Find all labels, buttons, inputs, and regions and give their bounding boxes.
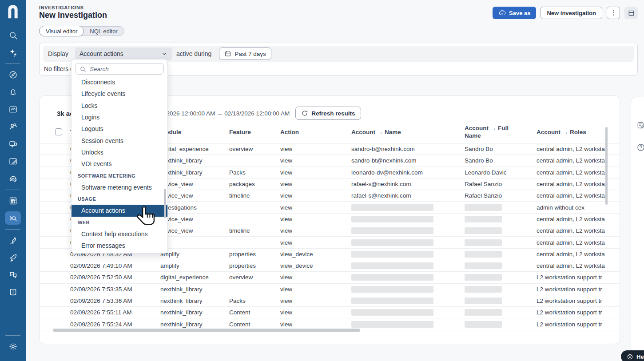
redacted-value bbox=[465, 216, 502, 222]
cell-account-roles: admin without cex bbox=[537, 204, 620, 211]
dropdown-item[interactable]: Context help executions bbox=[72, 228, 167, 240]
cell-action: view bbox=[280, 181, 351, 187]
nexthink-logo[interactable] bbox=[6, 4, 20, 20]
breadcrumb[interactable]: INVESTIGATIONS bbox=[39, 5, 83, 10]
sidebar-item-engage[interactable] bbox=[5, 268, 21, 282]
table-row[interactable]: 02/09/2026 7:53:35 AMnexthink_libraryvie… bbox=[40, 284, 620, 295]
dropdown-item[interactable]: VDI events bbox=[72, 158, 167, 170]
sidebar-item-overview[interactable] bbox=[5, 68, 21, 81]
sidebar-item-devices[interactable] bbox=[5, 137, 21, 151]
sidebar-item-search[interactable] bbox=[5, 28, 21, 42]
cell-account-full-name bbox=[465, 239, 537, 246]
dropdown-search-input[interactable] bbox=[90, 66, 156, 72]
redacted-value bbox=[465, 227, 502, 234]
sidebar-item-employees[interactable] bbox=[5, 120, 21, 133]
active-during-label: active during bbox=[176, 50, 211, 57]
column-header-account-name[interactable]: Account → Name bbox=[351, 129, 465, 136]
tab-nql-editor[interactable]: NQL editor bbox=[83, 26, 123, 36]
cell-account-full-name bbox=[465, 227, 537, 234]
dropdown-item[interactable]: Disconnects bbox=[72, 76, 167, 88]
automation-icon bbox=[8, 236, 18, 245]
dropdown-item[interactable]: Locks bbox=[72, 100, 167, 111]
dropdown-item[interactable]: Logins bbox=[72, 111, 167, 123]
dropdown-item[interactable]: Logouts bbox=[72, 123, 167, 135]
chevron-down-icon bbox=[161, 51, 167, 57]
column-header-feature[interactable]: Feature bbox=[229, 129, 280, 136]
dropdown-scrollbar[interactable] bbox=[164, 189, 166, 218]
event-type-list: DisconnectsLifecycle eventsLocksLoginsLo… bbox=[72, 76, 167, 251]
table-row[interactable]: 02/09/2026 7:52:50 AMdigital_experienceo… bbox=[40, 272, 620, 283]
sidebar-item-support[interactable] bbox=[5, 172, 21, 185]
dropdown-section-header: SOFTWARE METERING bbox=[72, 170, 167, 181]
table-row[interactable]: 02/09/2026 7:53:36 AMnexthink_libraryPac… bbox=[40, 295, 620, 307]
dropdown-item[interactable]: Error messages bbox=[72, 240, 167, 251]
cell-module: device_view bbox=[160, 192, 229, 199]
cell-account-name: rafael-s@nexhink.com bbox=[351, 192, 465, 199]
cell-feature: Packs bbox=[229, 298, 280, 304]
cell-account-full-name bbox=[465, 262, 537, 269]
cell-module: nexthink_library bbox=[160, 157, 229, 164]
cell-feature: overview bbox=[229, 274, 280, 281]
notes-panel-button[interactable] bbox=[635, 119, 644, 131]
save-as-button[interactable]: Save as bbox=[493, 7, 536, 19]
time-range-button[interactable]: Past 7 days bbox=[219, 48, 271, 60]
people-search-icon bbox=[8, 122, 18, 131]
refresh-results-button[interactable]: Refresh results bbox=[295, 107, 361, 120]
cell-module: investigations bbox=[160, 204, 229, 211]
dropdown-item[interactable]: Session events bbox=[72, 135, 167, 146]
card-edit-icon bbox=[8, 157, 18, 166]
dropdown-item[interactable]: Software metering events bbox=[72, 182, 167, 193]
sidebar-item-dashboards[interactable] bbox=[5, 103, 21, 116]
sidebar-item-automation[interactable] bbox=[5, 234, 21, 247]
cell-account-name: sandro-bt@nexhink.com bbox=[351, 157, 465, 164]
redacted-value bbox=[351, 262, 433, 269]
sidebar-divider bbox=[5, 63, 20, 64]
dashboard-icon bbox=[8, 105, 18, 114]
table-row[interactable]: 02/09/2026 7:55:11 AMnexthink_libraryCon… bbox=[40, 307, 620, 318]
layout-panel-icon bbox=[628, 9, 635, 17]
dropdown-item[interactable]: Unlocks bbox=[72, 147, 167, 158]
save-as-label: Save as bbox=[509, 10, 530, 16]
cell-action: view_device bbox=[280, 262, 351, 269]
column-header-module[interactable]: Module bbox=[160, 129, 229, 136]
sidebar-item-investigations[interactable] bbox=[5, 211, 21, 225]
cell-time: 02/09/2026 7:53:36 AM bbox=[70, 298, 160, 304]
sidebar-item-adopt[interactable] bbox=[5, 251, 21, 264]
event-type-select[interactable]: Account actions bbox=[75, 48, 172, 60]
cell-account-roles: central admin, L2 worksta bbox=[537, 262, 620, 269]
cell-account-roles: central admin, L2 worksta bbox=[537, 227, 620, 234]
cell-module: nexthink_library bbox=[160, 298, 229, 304]
new-investigation-button[interactable]: New investigation bbox=[541, 7, 602, 19]
investigations-icon bbox=[8, 214, 18, 223]
time-range-value: Past 7 days bbox=[235, 51, 266, 57]
help-button[interactable]: Help bbox=[621, 350, 644, 361]
more-options-button[interactable] bbox=[607, 7, 620, 19]
help-panel-button[interactable] bbox=[635, 142, 644, 153]
cell-action: view bbox=[280, 227, 351, 234]
refresh-results-label: Refresh results bbox=[311, 110, 355, 117]
table-horizontal-scrollbar[interactable] bbox=[53, 329, 360, 332]
sidebar-item-library[interactable] bbox=[5, 194, 21, 207]
sidebar-item-assist[interactable] bbox=[5, 46, 21, 59]
dropdown-search-box[interactable] bbox=[75, 63, 164, 75]
sidebar-item-docs[interactable] bbox=[5, 286, 21, 299]
table-row[interactable]: 02/09/2026 7:49:10 AMamplifypropertiesvi… bbox=[40, 260, 620, 272]
dropdown-item[interactable]: Lifecycle events bbox=[72, 88, 167, 99]
event-type-dropdown: DisconnectsLifecycle eventsLocksLoginsLo… bbox=[71, 59, 168, 254]
sidebar-item-settings[interactable] bbox=[5, 340, 21, 353]
table-vertical-scrollbar[interactable] bbox=[605, 127, 608, 205]
dropdown-item[interactable]: Account actions bbox=[72, 205, 167, 216]
cell-time: 02/09/2026 7:55:11 AM bbox=[70, 309, 160, 316]
sidebar-item-alerts[interactable] bbox=[5, 85, 21, 99]
tab-visual-editor[interactable]: Visual editor bbox=[39, 26, 84, 36]
cell-module: device_view bbox=[160, 227, 229, 234]
chat-icon bbox=[8, 270, 18, 280]
column-header-action[interactable]: Action bbox=[280, 129, 351, 136]
column-header-account-full-name[interactable]: Account → Full Name bbox=[465, 125, 518, 140]
toggle-panel-button[interactable] bbox=[624, 7, 638, 19]
cell-account-full-name: Rafael Sanzio bbox=[465, 192, 537, 199]
select-all-checkbox[interactable] bbox=[55, 128, 62, 135]
sidebar-item-applications[interactable] bbox=[5, 155, 21, 168]
cell-feature: timeline bbox=[229, 192, 280, 199]
cell-module: device_view bbox=[160, 181, 229, 187]
